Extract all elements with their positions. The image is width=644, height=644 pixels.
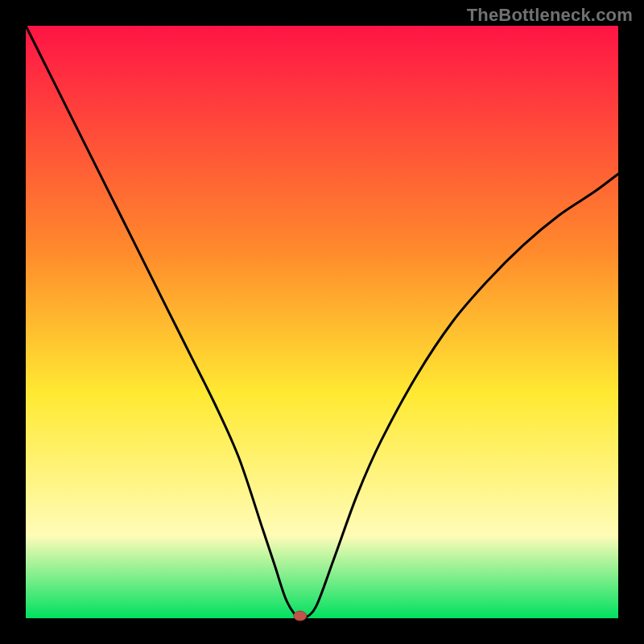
bottleneck-chart xyxy=(0,0,644,644)
optimum-marker xyxy=(294,611,307,621)
plot-background xyxy=(26,26,618,618)
chart-frame: { "watermark": "TheBottleneck.com", "col… xyxy=(0,0,644,644)
watermark-text: TheBottleneck.com xyxy=(467,5,633,26)
